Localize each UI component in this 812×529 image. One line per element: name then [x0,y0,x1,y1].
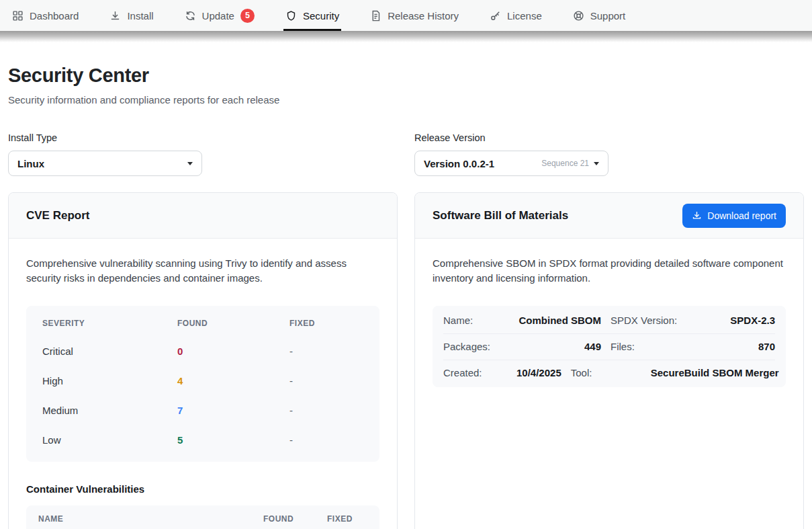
cve-description: Comprehensive vulnerability scanning usi… [26,256,379,286]
install-type-value: Linux [17,158,187,169]
tab-security[interactable]: Security [285,0,339,31]
update-icon [185,10,196,22]
column-header-found: FOUND [177,319,289,328]
column-header-name: NAME [38,514,263,524]
security-icon [285,10,297,22]
install-icon [109,10,121,22]
license-icon [490,10,501,22]
detail-value: SPDX-2.3 [690,315,775,326]
download-report-label: Download report [707,210,776,221]
chevron-down-icon [187,162,193,165]
page-subtitle: Security information and compliance repo… [8,94,804,106]
tab-label: Update [202,10,234,22]
detail-value: 449 [516,341,601,352]
severity-table: SEVERITY FOUND FIXED Critical 0 - High 4… [26,306,379,462]
found-count: 0 [177,345,289,357]
tab-label: Dashboard [30,10,79,22]
release-version-filter: Release Version Version 0.0.2-1 Sequence… [414,132,608,176]
main-content: Security Center Security information and… [0,65,812,529]
detail-value: Combined SBOM [516,315,601,326]
install-type-label: Install Type [8,132,202,143]
container-vulnerabilities-table-header: NAME FOUND FIXED [26,505,379,529]
found-count: 5 [177,434,289,446]
release-sequence: Sequence 21 [541,159,589,168]
detail-label: Tool: [571,367,641,378]
tab-license[interactable]: License [490,0,542,31]
cve-report-card: CVE Report Comprehensive vulnerability s… [8,192,398,529]
cve-card-title: CVE Report [26,209,89,222]
detail-label: Created: [443,367,507,378]
sbom-details-grid: Name: Combined SBOM SPDX Version: SPDX-2… [433,306,786,387]
download-icon [692,210,702,220]
tab-install[interactable]: Install [109,0,153,31]
fixed-count: - [289,345,363,357]
page-title: Security Center [8,65,804,87]
detail-label: Files: [611,341,681,352]
column-header-fixed: FIXED [289,319,363,328]
tab-update[interactable]: Update 5 [185,0,255,31]
found-count: 7 [177,405,289,416]
severity-table-header: SEVERITY FOUND FIXED [26,310,379,337]
update-count-badge: 5 [240,9,255,23]
table-row: High 4 - [26,366,379,396]
sbom-card-header: Software Bill of Materials Download repo… [415,193,803,239]
sbom-card-title: Software Bill of Materials [433,209,568,222]
support-icon [573,10,584,22]
table-row: Name: Combined SBOM SPDX Version: SPDX-2… [443,307,775,333]
chevron-down-icon [594,162,599,165]
filters-row: Install Type Linux Release Version Versi… [8,132,804,176]
fixed-count: - [289,434,363,446]
tab-label: Support [590,10,626,22]
severity-label: Low [42,434,177,446]
report-cards-row: CVE Report Comprehensive vulnerability s… [8,192,804,529]
cve-card-body: Comprehensive vulnerability scanning usi… [9,239,397,529]
top-navigation: Dashboard Install Update 5 Security Rele… [0,0,812,31]
table-row: Critical 0 - [26,337,379,366]
detail-label: Packages: [443,341,507,352]
fixed-count: - [289,405,363,416]
detail-value: 10/4/2025 [516,367,561,378]
sbom-card: Software Bill of Materials Download repo… [414,192,804,529]
column-header-severity: SEVERITY [42,319,177,328]
sbom-description: Comprehensive SBOM in SPDX format provid… [433,256,786,286]
table-row: Packages: 449 Files: 870 [443,333,775,360]
tab-label: Release History [388,10,459,22]
column-header-found: FOUND [263,514,327,524]
cve-card-header: CVE Report [9,193,397,239]
tab-release-history[interactable]: Release History [370,0,459,31]
table-row: Medium 7 - [26,396,379,425]
found-count: 4 [177,375,289,386]
column-header-fixed: FIXED [327,514,367,524]
tab-support[interactable]: Support [573,0,626,31]
install-type-select[interactable]: Linux [8,151,202,176]
tab-label: Security [303,10,339,22]
install-type-filter: Install Type Linux [8,132,202,176]
detail-value: 870 [690,341,775,352]
release-version-value: Version 0.0.2-1 [424,158,541,169]
dashboard-icon [12,10,24,22]
nav-shadow-band [0,31,812,42]
severity-label: Critical [42,345,177,357]
release-version-select[interactable]: Version 0.0.2-1 Sequence 21 [414,151,608,176]
fixed-count: - [289,375,363,386]
tab-label: Install [127,10,153,22]
sbom-card-body: Comprehensive SBOM in SPDX format provid… [415,239,803,405]
severity-label: Medium [42,405,177,416]
tab-dashboard[interactable]: Dashboard [12,0,79,31]
table-row: Low 5 - [26,425,379,455]
release-history-icon [370,10,381,22]
release-version-label: Release Version [414,132,608,143]
container-vulnerabilities-title: Container Vulnerabilities [26,483,379,495]
severity-label: High [42,375,177,386]
detail-label: Name: [443,315,507,326]
detail-label: SPDX Version: [611,315,681,326]
table-row: Created: 10/4/2025 Tool: SecureBuild SBO… [443,360,775,386]
detail-value: SecureBuild SBOM Merger [651,367,779,378]
download-report-button[interactable]: Download report [682,204,786,228]
tab-label: License [507,10,542,22]
